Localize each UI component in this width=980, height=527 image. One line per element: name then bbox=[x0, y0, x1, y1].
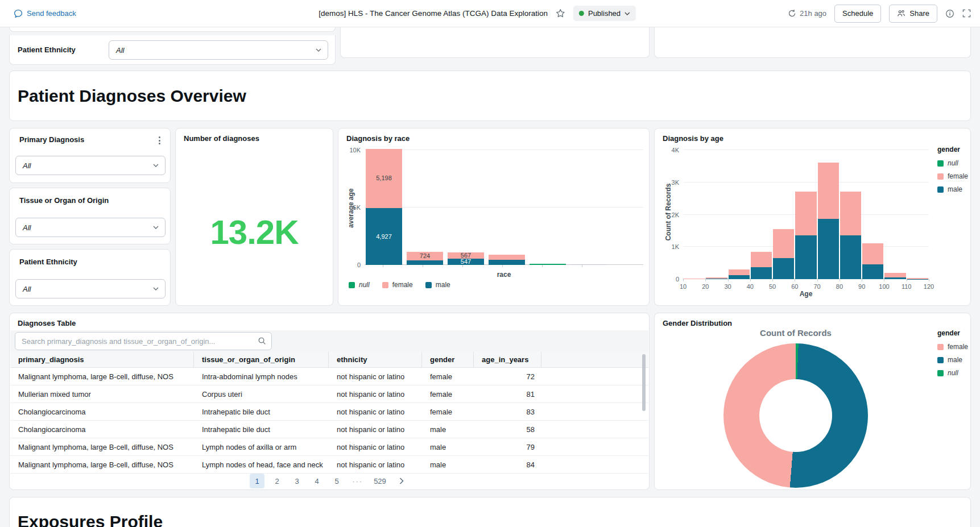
info-button[interactable] bbox=[945, 9, 954, 18]
tissue-origin-select[interactable]: All bbox=[15, 218, 166, 237]
dashboard-title: [demos] HLS - The Cancer Genome Atlas (T… bbox=[319, 9, 548, 18]
gender-chart-title: Gender Distribution bbox=[663, 319, 732, 327]
table-row[interactable]: Malignant lymphoma, large B-cell, diffus… bbox=[10, 368, 648, 385]
pagination-page-529[interactable]: 529 bbox=[371, 474, 389, 488]
bar-value-label: 547 bbox=[448, 259, 484, 265]
table-search-input[interactable] bbox=[15, 332, 272, 350]
bar-segment-female bbox=[729, 269, 750, 275]
female-swatch-icon bbox=[937, 344, 944, 350]
x-tick-mark bbox=[772, 279, 773, 281]
legend-item-null: null bbox=[349, 281, 370, 289]
pagination-page-2[interactable]: 2 bbox=[270, 474, 284, 488]
schedule-button[interactable]: Schedule bbox=[834, 5, 881, 23]
x-tick-mark bbox=[884, 279, 884, 281]
x-tick-mark bbox=[582, 265, 582, 267]
x-tick-mark bbox=[542, 265, 543, 267]
table-search bbox=[15, 332, 272, 350]
age-chart-title: Diagnosis by age bbox=[663, 134, 723, 143]
pagination-page-4[interactable]: 4 bbox=[309, 474, 324, 488]
table-cell: female bbox=[422, 368, 474, 385]
filter-strip-card: Patient Ethnicity All bbox=[9, 35, 336, 65]
bar-segment-female bbox=[751, 252, 772, 267]
legend-item-null: null bbox=[937, 159, 968, 167]
table-cell: 83 bbox=[474, 403, 541, 420]
fullscreen-button[interactable] bbox=[962, 9, 971, 18]
legend-label: null bbox=[948, 369, 958, 377]
pagination-page-5[interactable]: 5 bbox=[329, 474, 344, 488]
race-bar: 4,9275,198 bbox=[366, 150, 402, 265]
table-cell: Lymph nodes of axilla or arm bbox=[194, 438, 329, 455]
filter-card-menu-button[interactable] bbox=[154, 135, 164, 146]
table-cell: Malignant lymphoma, large B-cell, diffus… bbox=[10, 456, 194, 473]
table-row[interactable]: Malignant lymphoma, large B-cell, diffus… bbox=[10, 438, 648, 456]
x-tick-label: 80 bbox=[836, 283, 843, 290]
refresh-icon[interactable] bbox=[788, 9, 796, 18]
bar-segment-male bbox=[729, 275, 750, 279]
table-cell: not hispanic or latino bbox=[329, 456, 422, 473]
table-cell bbox=[541, 385, 648, 402]
table-cell: not hispanic or latino bbox=[329, 403, 422, 420]
age-bar bbox=[862, 150, 883, 279]
exposures-heading-card: Exposures Profile bbox=[9, 497, 971, 527]
x-tick-label: 70 bbox=[814, 283, 821, 290]
pagination-page-3[interactable]: 3 bbox=[290, 474, 304, 488]
legend-label: female bbox=[948, 172, 968, 180]
table-row[interactable]: CholangiocarcinomaIntrahepatic bile duct… bbox=[10, 421, 648, 438]
x-tick-mark bbox=[862, 279, 862, 281]
table-cell bbox=[541, 456, 648, 473]
race-legend: nullfemalemale bbox=[349, 281, 450, 289]
schedule-button-label: Schedule bbox=[842, 9, 873, 18]
top-bar: Send feedback [demos] HLS - The Cancer G… bbox=[0, 0, 980, 27]
male-swatch-icon bbox=[425, 282, 432, 288]
race-bar bbox=[530, 150, 566, 265]
primary-diagnosis-select[interactable]: All bbox=[15, 156, 166, 175]
x-tick-mark bbox=[817, 279, 818, 281]
bar-segment-female bbox=[862, 243, 883, 264]
x-tick-label: 40 bbox=[747, 283, 754, 290]
send-feedback-link[interactable]: Send feedback bbox=[14, 9, 76, 18]
male-swatch-icon bbox=[937, 357, 944, 363]
race-bar bbox=[489, 150, 525, 265]
table-row[interactable]: CholangiocarcinomaIntrahepatic bile duct… bbox=[10, 403, 648, 421]
legend-item-female: female bbox=[937, 172, 968, 180]
x-tick-mark bbox=[383, 265, 383, 267]
chat-bubble-icon bbox=[14, 9, 23, 18]
chevron-down-icon bbox=[153, 226, 159, 229]
x-tick-label: 120 bbox=[924, 283, 934, 290]
bar-segment-female bbox=[884, 273, 905, 277]
x-tick-mark bbox=[728, 279, 729, 281]
bar-segment-male bbox=[751, 267, 772, 279]
race-bar: 724 bbox=[407, 150, 443, 265]
table-row[interactable]: Mullerian mixed tumorCorpus uterinot his… bbox=[10, 385, 648, 403]
pagination-page-1[interactable]: 1 bbox=[250, 474, 264, 488]
filter-label: Primary Diagnosis bbox=[19, 135, 84, 144]
male-swatch-icon bbox=[937, 186, 944, 193]
table-cell: 72 bbox=[474, 368, 541, 385]
table-row[interactable]: Malignant lymphoma, large B-cell, diffus… bbox=[10, 456, 648, 474]
table-cell: Intra-abdominal lymph nodes bbox=[194, 368, 329, 385]
pagination-next-button[interactable] bbox=[394, 474, 409, 488]
send-feedback-label: Send feedback bbox=[27, 9, 76, 18]
age-bar bbox=[684, 150, 705, 279]
share-button[interactable]: Share bbox=[889, 5, 937, 23]
table-cell: Corpus uteri bbox=[194, 385, 329, 402]
x-tick-label: 110 bbox=[902, 283, 912, 290]
bar-value-label: 567 bbox=[448, 252, 484, 259]
table-scrollbar-thumb[interactable] bbox=[642, 354, 646, 411]
table-cell bbox=[541, 368, 648, 385]
table-cell: male bbox=[422, 456, 474, 473]
favorite-star-button[interactable] bbox=[556, 9, 565, 18]
race-chart-title: Diagnosis by race bbox=[346, 134, 410, 143]
diagnoses-table: primary_diagnosistissue_or_organ_of_orig… bbox=[10, 352, 648, 474]
x-tick-mark bbox=[907, 279, 907, 281]
legend-item-null: null bbox=[937, 369, 968, 377]
female-swatch-icon bbox=[937, 173, 944, 180]
publish-status-dropdown[interactable]: Published bbox=[573, 6, 636, 21]
legend-item-female: female bbox=[382, 281, 413, 289]
table-cell: Cholangiocarcinoma bbox=[10, 421, 194, 438]
pagination: 12345···529 bbox=[10, 474, 649, 488]
legend-item-male: male bbox=[937, 185, 968, 193]
patient-ethnicity-select[interactable]: All bbox=[109, 40, 328, 60]
patient-ethnicity-select-2[interactable]: All bbox=[15, 279, 166, 298]
x-tick-mark bbox=[705, 279, 706, 281]
